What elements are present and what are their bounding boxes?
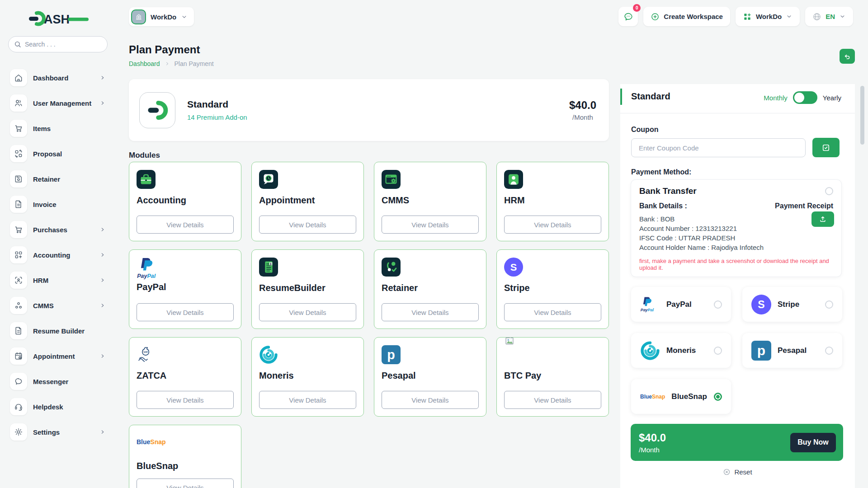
resumebuilder-module-icon bbox=[259, 258, 278, 277]
calendar-clock-icon bbox=[10, 347, 27, 365]
module-card-paypal: PayPal PayPal View Details bbox=[129, 249, 241, 329]
paypal-radio[interactable] bbox=[714, 300, 722, 309]
headset-icon bbox=[10, 398, 27, 415]
chevron-right-icon bbox=[99, 252, 106, 258]
view-details-button[interactable]: View Details bbox=[259, 216, 356, 234]
view-details-button[interactable]: View Details bbox=[504, 303, 601, 321]
view-details-button[interactable]: View Details bbox=[382, 391, 479, 409]
plan-period: /Month bbox=[569, 113, 596, 121]
module-card-moneris: Moneris View Details bbox=[251, 337, 364, 417]
accounting-module-icon bbox=[137, 170, 156, 189]
workspace-grid-icon bbox=[743, 12, 752, 21]
workspace-menu[interactable]: WorkDo bbox=[736, 7, 800, 26]
language-selector[interactable]: EN bbox=[805, 7, 853, 26]
sidebar-item-resume-builder[interactable]: Resume Builder bbox=[8, 318, 106, 343]
view-details-button[interactable]: View Details bbox=[382, 303, 479, 321]
grid-plus-icon bbox=[10, 246, 27, 263]
bluesnap-logo: BlueSnap bbox=[640, 394, 665, 400]
chat-icon bbox=[10, 373, 27, 390]
globe-icon bbox=[812, 12, 821, 21]
users-icon bbox=[10, 94, 27, 112]
sidebar-item-retainer[interactable]: Retainer bbox=[8, 166, 106, 192]
premium-addon-link[interactable]: 14 Premium Add-on bbox=[187, 113, 247, 121]
sidebar-item-cmms[interactable]: CMMS bbox=[8, 293, 106, 318]
stripe-logo: S bbox=[504, 258, 523, 277]
payment-receipt-label: Payment Receipt bbox=[775, 202, 833, 210]
svg-text:PayPal: PayPal bbox=[641, 308, 654, 312]
paypal-logo: PayPal bbox=[640, 296, 660, 313]
search-input[interactable] bbox=[25, 41, 93, 48]
coupon-input[interactable] bbox=[631, 138, 806, 157]
sidebar-item-helpdesk[interactable]: Helpdesk bbox=[8, 394, 106, 419]
nodes-icon bbox=[10, 297, 27, 314]
module-card-btcpay: BTC Pay View Details bbox=[496, 337, 609, 417]
reset-button[interactable]: Reset bbox=[620, 468, 855, 476]
broken-image-icon bbox=[504, 336, 515, 347]
payment-option-bluesnap[interactable]: BlueSnap BlueSnap bbox=[631, 379, 731, 414]
module-card-appointment: Appointment View Details bbox=[251, 162, 364, 241]
sidebar-search bbox=[8, 36, 108, 52]
sidebar-item-proposal[interactable]: Proposal bbox=[8, 141, 106, 166]
view-details-button[interactable]: View Details bbox=[137, 479, 234, 488]
view-details-button[interactable]: View Details bbox=[504, 391, 601, 409]
dash-app-icon bbox=[139, 92, 175, 128]
sidebar-item-accounting[interactable]: Accounting bbox=[8, 242, 106, 267]
messages-button[interactable]: 0 bbox=[618, 7, 638, 26]
billing-toggle[interactable] bbox=[793, 91, 817, 104]
pesapal-logo: p bbox=[751, 341, 771, 361]
svg-text:S: S bbox=[510, 262, 517, 273]
view-details-button[interactable]: View Details bbox=[504, 216, 601, 234]
payment-option-stripe[interactable]: S Stripe bbox=[742, 287, 842, 322]
active-plan-card: Standard 14 Premium Add-on $40.0 /Month bbox=[129, 79, 609, 141]
view-details-button[interactable]: View Details bbox=[137, 216, 234, 234]
accent-bar bbox=[620, 89, 622, 105]
sidebar-item-messenger[interactable]: Messenger bbox=[8, 369, 106, 394]
moneris-radio[interactable] bbox=[714, 347, 722, 355]
sidebar-item-user-management[interactable]: User Management bbox=[8, 90, 106, 116]
sidebar-item-appointment[interactable]: Appointment bbox=[8, 343, 106, 369]
breadcrumb-dashboard-link[interactable]: Dashboard bbox=[129, 60, 160, 67]
sidebar-item-items[interactable]: Items bbox=[8, 116, 106, 141]
paypal-logo: PayPal bbox=[137, 258, 165, 279]
breadcrumb: Dashboard Plan Payment bbox=[129, 60, 214, 67]
sidebar-item-settings[interactable]: Settings bbox=[8, 419, 106, 445]
back-button[interactable] bbox=[840, 49, 855, 64]
bank-transfer-radio[interactable] bbox=[825, 187, 833, 195]
chevron-right-icon bbox=[99, 226, 106, 233]
sidebar-item-dashboard[interactable]: Dashboard bbox=[8, 65, 106, 90]
create-workspace-button[interactable]: Create Workspace bbox=[643, 7, 730, 26]
upload-receipt-button[interactable] bbox=[811, 211, 834, 227]
sidebar-item-invoice[interactable]: Invoice bbox=[8, 192, 106, 217]
view-details-button[interactable]: View Details bbox=[137, 391, 234, 409]
sidebar-item-purchases[interactable]: Purchases bbox=[8, 217, 106, 242]
module-card-retainer: Retainer View Details bbox=[374, 249, 486, 329]
view-details-button[interactable]: View Details bbox=[382, 216, 479, 234]
return-arrow-icon bbox=[843, 52, 851, 61]
workspace-selector[interactable]: WorkDo bbox=[129, 7, 194, 26]
payment-option-moneris[interactable]: Moneris bbox=[631, 333, 731, 368]
stripe-radio[interactable] bbox=[825, 300, 833, 309]
file-text-icon bbox=[10, 322, 27, 339]
sidebar-item-hrm[interactable]: HRM bbox=[8, 267, 106, 293]
payment-option-paypal[interactable]: PayPal PayPal bbox=[631, 287, 731, 322]
view-details-button[interactable]: View Details bbox=[259, 303, 356, 321]
cart-icon bbox=[10, 120, 27, 137]
bluesnap-radio[interactable] bbox=[714, 393, 722, 401]
total-bar: $40.0 /Month Buy Now bbox=[631, 424, 843, 461]
check-square-icon bbox=[821, 143, 830, 152]
page-title: Plan Payment bbox=[129, 43, 200, 56]
module-card-cmms: CMMS View Details bbox=[374, 162, 486, 241]
scrollbar-thumb[interactable] bbox=[860, 86, 864, 145]
user-scan-icon bbox=[10, 272, 27, 289]
view-details-button[interactable]: View Details bbox=[259, 391, 356, 409]
pesapal-radio[interactable] bbox=[825, 347, 833, 355]
appointment-module-icon bbox=[259, 170, 278, 189]
chevron-right-icon bbox=[99, 100, 106, 106]
apply-coupon-button[interactable] bbox=[812, 138, 840, 157]
buy-now-button[interactable]: Buy Now bbox=[790, 433, 836, 452]
chevron-right-icon bbox=[99, 75, 106, 81]
sidebar-nav: Dashboard User Management Items Proposal… bbox=[8, 65, 106, 445]
view-details-button[interactable]: View Details bbox=[137, 303, 234, 321]
payment-option-pesapal[interactable]: p Pesapal bbox=[742, 333, 842, 368]
building-icon bbox=[131, 9, 146, 24]
